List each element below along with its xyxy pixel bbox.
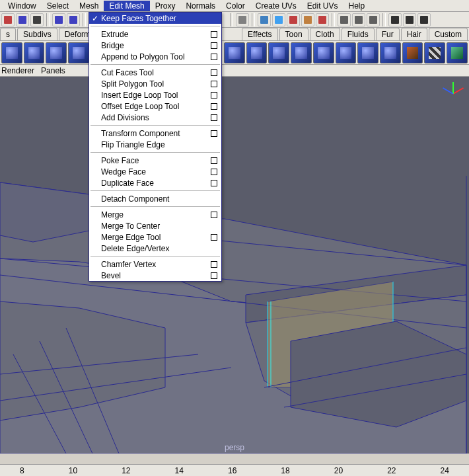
menu-item-insert-edge-loop-tool[interactable]: Insert Edge Loop Tool bbox=[89, 89, 221, 100]
menu-item-offset-edge-loop-tool[interactable]: Offset Edge Loop Tool bbox=[89, 100, 221, 112]
shelf-icon[interactable] bbox=[402, 42, 423, 63]
menu-item-flip-triangle-edge[interactable]: Flip Triangle Edge bbox=[89, 139, 221, 150]
shelf-icon[interactable] bbox=[336, 42, 357, 63]
option-box-icon[interactable] bbox=[211, 212, 217, 218]
shelf-icon[interactable] bbox=[268, 42, 289, 63]
timeline-frame: 22 bbox=[387, 466, 396, 475]
tool-icon[interactable] bbox=[30, 13, 44, 26]
tool-icon[interactable] bbox=[301, 13, 314, 26]
shelf-tab-subdivs[interactable]: Subdivs bbox=[17, 28, 57, 40]
menu-edit-mesh[interactable]: Edit Mesh bbox=[104, 1, 149, 11]
shelf-tab-fur[interactable]: Fur bbox=[376, 28, 400, 40]
panel-menu-renderer[interactable]: Renderer bbox=[1, 66, 34, 75]
menu-item-merge-to-center[interactable]: Merge To Center bbox=[89, 220, 221, 231]
tool-icon[interactable] bbox=[67, 13, 80, 26]
render-settings-icon[interactable] bbox=[417, 13, 431, 26]
option-box-icon[interactable] bbox=[211, 180, 217, 186]
view-axis-gizmo[interactable] bbox=[440, 81, 466, 107]
shelf-checker-icon[interactable] bbox=[424, 42, 445, 63]
tool-icon[interactable] bbox=[236, 13, 249, 26]
shelf-tab[interactable]: s bbox=[0, 28, 16, 40]
option-box-icon[interactable] bbox=[211, 92, 217, 99]
menu-item-transform-component[interactable]: Transform Component bbox=[89, 128, 221, 139]
menu-item-delete-edge-vertex[interactable]: Delete Edge/Vertex bbox=[89, 243, 221, 254]
option-box-icon[interactable] bbox=[211, 31, 217, 38]
shelf-tab-custom[interactable]: Custom bbox=[429, 28, 468, 40]
option-box-icon[interactable] bbox=[211, 103, 217, 110]
timeline-frame: 20 bbox=[334, 466, 343, 475]
shelf-sphere-icon[interactable] bbox=[1, 42, 22, 63]
shelf-tab-cloth[interactable]: Cloth bbox=[310, 28, 340, 40]
shelf-icon[interactable] bbox=[246, 42, 268, 63]
panel-menu-panels[interactable]: Panels bbox=[41, 66, 65, 75]
menu-proxy[interactable]: Proxy bbox=[150, 1, 181, 11]
shelf-tab-toon[interactable]: Toon bbox=[279, 28, 308, 40]
tool-icon[interactable] bbox=[338, 13, 351, 26]
shelf-icon[interactable] bbox=[313, 42, 334, 63]
option-box-icon[interactable] bbox=[211, 261, 217, 268]
tool-icon[interactable] bbox=[367, 13, 380, 26]
menu-item-label: Add Divisions bbox=[101, 113, 149, 122]
option-box-icon[interactable] bbox=[211, 54, 217, 60]
render-icon[interactable] bbox=[388, 13, 402, 26]
shelf-cylinder-icon[interactable] bbox=[46, 42, 67, 63]
menu-color[interactable]: Color bbox=[221, 1, 250, 11]
option-box-icon[interactable] bbox=[211, 130, 217, 137]
viewport-3d[interactable]: persp bbox=[0, 77, 469, 454]
shelf-plane-icon[interactable] bbox=[68, 42, 89, 63]
option-box-icon[interactable] bbox=[211, 234, 217, 241]
grid-icon[interactable] bbox=[258, 13, 271, 26]
option-box-icon[interactable] bbox=[211, 114, 217, 121]
menu-item-detach-component[interactable]: Detach Component bbox=[89, 193, 221, 204]
menu-item-merge-edge-tool[interactable]: Merge Edge Tool bbox=[89, 231, 221, 243]
menu-mesh[interactable]: Mesh bbox=[74, 1, 104, 11]
shelf-icon[interactable] bbox=[357, 42, 379, 63]
tool-icon[interactable] bbox=[16, 13, 29, 26]
ipr-icon[interactable] bbox=[403, 13, 416, 26]
option-box-icon[interactable] bbox=[211, 69, 217, 76]
tool-icon[interactable] bbox=[352, 13, 365, 26]
shelf-icon[interactable] bbox=[447, 42, 468, 63]
shelf-tab-fluids[interactable]: Fluids bbox=[342, 28, 375, 40]
shelf-tab-hair[interactable]: Hair bbox=[401, 28, 427, 40]
menu-item-merge[interactable]: Merge bbox=[89, 209, 221, 220]
option-box-icon[interactable] bbox=[211, 272, 217, 279]
menu-item-extrude[interactable]: Extrude bbox=[89, 28, 221, 40]
menu-item-keep-faces-together[interactable]: ✓Keep Faces Together bbox=[89, 13, 221, 24]
option-box-icon[interactable] bbox=[211, 169, 217, 175]
menu-item-label: Delete Edge/Vertex bbox=[101, 244, 169, 253]
menu-item-add-divisions[interactable]: Add Divisions bbox=[89, 112, 221, 123]
tool-icon[interactable] bbox=[272, 13, 285, 26]
menu-item-label: Wedge Face bbox=[101, 167, 146, 177]
menu-item-cut-faces-tool[interactable]: Cut Faces Tool bbox=[89, 67, 221, 78]
tool-icon[interactable] bbox=[52, 13, 65, 26]
z-axis-icon bbox=[443, 87, 454, 95]
timeline[interactable]: 8 10 12 14 16 18 20 22 24 bbox=[0, 464, 469, 476]
menu-help[interactable]: Help bbox=[343, 1, 371, 11]
menu-item-append-to-polygon-tool[interactable]: Append to Polygon Tool bbox=[89, 51, 221, 62]
shelf-icon[interactable] bbox=[291, 42, 312, 63]
shelf-icon[interactable] bbox=[224, 42, 245, 63]
menu-edit-uvs[interactable]: Edit UVs bbox=[302, 1, 343, 11]
magnet-icon[interactable] bbox=[316, 13, 329, 26]
separator bbox=[230, 13, 233, 26]
menu-normals[interactable]: Normals bbox=[180, 1, 221, 11]
shelf-tab-effects[interactable]: Effects bbox=[242, 28, 277, 40]
tool-icon[interactable] bbox=[1, 13, 15, 26]
menu-item-bridge[interactable]: Bridge bbox=[89, 40, 221, 51]
menu-item-poke-face[interactable]: Poke Face bbox=[89, 155, 221, 166]
menu-select[interactable]: Select bbox=[42, 1, 74, 11]
option-box-icon[interactable] bbox=[211, 42, 217, 49]
menu-item-split-polygon-tool[interactable]: Split Polygon Tool bbox=[89, 78, 221, 89]
menu-item-duplicate-face[interactable]: Duplicate Face bbox=[89, 177, 221, 188]
shelf-cube-icon[interactable] bbox=[24, 42, 45, 63]
menu-item-wedge-face[interactable]: Wedge Face bbox=[89, 166, 221, 177]
menu-item-bevel[interactable]: Bevel bbox=[89, 270, 221, 281]
shelf-icon[interactable] bbox=[380, 42, 401, 63]
menu-create-uvs[interactable]: Create UVs bbox=[250, 1, 302, 11]
tool-icon[interactable] bbox=[287, 13, 300, 26]
menu-item-chamfer-vertex[interactable]: Chamfer Vertex bbox=[89, 258, 221, 270]
option-box-icon[interactable] bbox=[211, 157, 217, 164]
menu-window[interactable]: Window bbox=[3, 1, 42, 11]
option-box-icon[interactable] bbox=[211, 81, 217, 87]
